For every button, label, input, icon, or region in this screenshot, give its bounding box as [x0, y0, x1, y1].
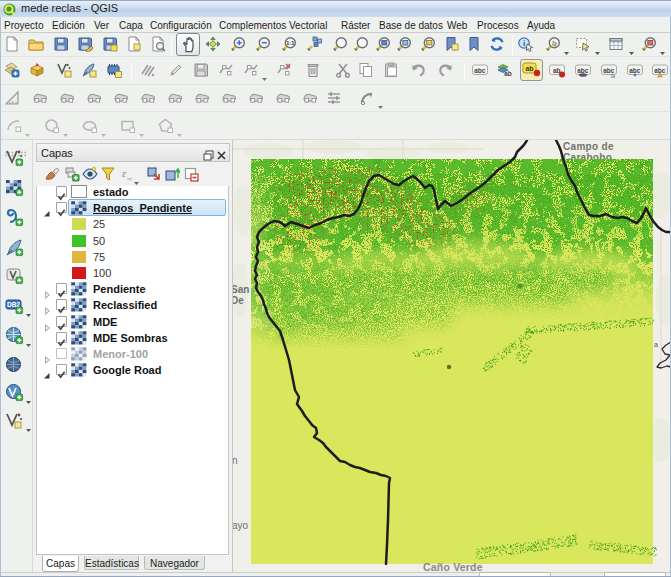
svg-text:Caño Verde: Caño Verde	[423, 561, 483, 572]
svg-text:a: a	[654, 341, 658, 348]
svg-text:n: n	[233, 455, 238, 466]
svg-text:ayo: ayo	[233, 520, 249, 531]
svg-text:1:1: 1:1	[286, 40, 294, 46]
svg-text:abc: abc	[577, 67, 589, 74]
svg-text:ab: ab	[504, 70, 512, 77]
svg-text:abc: abc	[629, 67, 641, 74]
svg-text:ab: ab	[553, 67, 561, 74]
svg-text:Campo de: Campo de	[563, 141, 614, 152]
svg-text:De: De	[233, 295, 244, 306]
svg-text:abc: abc	[603, 67, 615, 74]
svg-text:San: San	[233, 284, 249, 295]
svg-text:abc: abc	[474, 67, 486, 74]
svg-text:ab: ab	[525, 65, 533, 72]
svg-text:xy: xy	[127, 176, 133, 181]
